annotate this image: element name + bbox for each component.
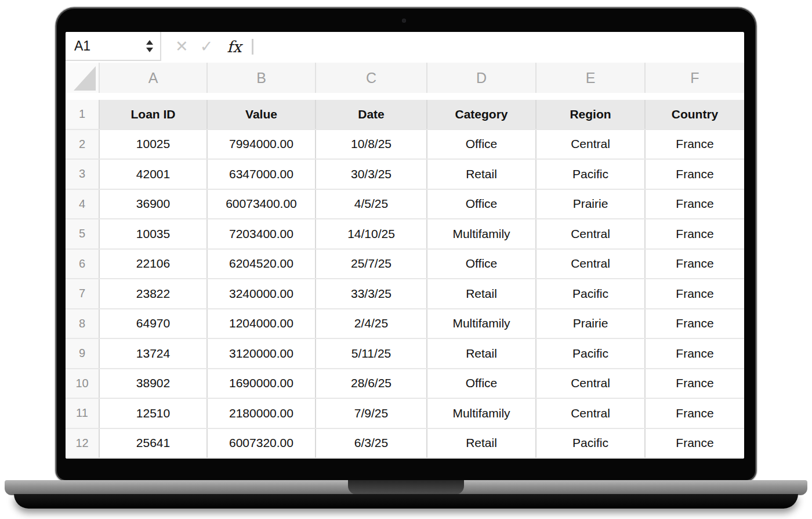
select-all-corner[interactable] [66,63,100,93]
cell-C6[interactable]: 25/7/25 [316,250,427,279]
cell-F1[interactable]: Country [646,100,744,129]
cell-B1[interactable]: Value [208,100,316,129]
cell-E10[interactable]: Central [536,369,646,398]
row-number-2[interactable]: 2 [66,130,100,159]
row-number-12[interactable]: 12 [66,429,100,458]
row-number-5[interactable]: 5 [66,219,100,248]
cell-D2[interactable]: Office [427,130,536,159]
cell-D10[interactable]: Office [427,369,536,398]
cell-A5[interactable]: 10035 [100,219,208,248]
cell-F9[interactable]: France [646,339,744,368]
cancel-icon[interactable]: ✕ [175,39,188,55]
cell-name-box[interactable]: A1 [66,32,161,61]
cell-C11[interactable]: 7/9/25 [316,399,427,428]
cell-A2[interactable]: 10025 [100,130,208,159]
cell-A1[interactable]: Loan ID [100,100,208,129]
cell-A8[interactable]: 64970 [100,309,208,338]
cell-E6[interactable]: Central [536,250,646,279]
row-number-6[interactable]: 6 [66,250,100,279]
cell-D12[interactable]: Retail [427,429,536,458]
cell-C4[interactable]: 4/5/25 [316,190,427,219]
cell-E11[interactable]: Central [536,399,646,428]
column-header-E[interactable]: E [536,63,646,93]
cell-B6[interactable]: 6204520.00 [208,250,316,279]
column-header-D[interactable]: D [427,63,536,93]
cell-D3[interactable]: Retail [427,160,536,189]
cell-C7[interactable]: 33/3/25 [316,279,427,308]
cell-E5[interactable]: Central [536,219,646,248]
cell-E3[interactable]: Pacific [536,160,646,189]
cell-A12[interactable]: 25641 [100,429,208,458]
cell-D1[interactable]: Category [427,100,536,129]
cell-D11[interactable]: Multifamily [427,399,536,428]
sheet-rows: 1Loan IDValueDateCategoryRegionCountry21… [66,100,744,459]
cell-C8[interactable]: 2/4/25 [316,309,427,338]
cell-B2[interactable]: 7994000.00 [208,130,316,159]
cell-C2[interactable]: 10/8/25 [316,130,427,159]
cell-A9[interactable]: 13724 [100,339,208,368]
cell-C5[interactable]: 14/10/25 [316,219,427,248]
cell-D8[interactable]: Multifamily [427,309,536,338]
cell-C10[interactable]: 28/6/25 [316,369,427,398]
cell-E2[interactable]: Central [536,130,646,159]
cell-F12[interactable]: France [646,429,744,458]
row-number-4[interactable]: 4 [66,190,100,219]
column-header-A[interactable]: A [100,63,208,93]
column-header-F[interactable]: F [646,63,744,93]
stepper-down-icon[interactable] [146,48,153,52]
cell-C3[interactable]: 30/3/25 [316,160,427,189]
column-header-B[interactable]: B [208,63,316,93]
cell-F10[interactable]: France [646,369,744,398]
cell-B3[interactable]: 6347000.00 [208,160,316,189]
name-box-stepper[interactable] [146,32,153,60]
cell-E12[interactable]: Pacific [536,429,646,458]
row-number-8[interactable]: 8 [66,309,100,338]
cell-B5[interactable]: 7203400.00 [208,219,316,248]
row-number-10[interactable]: 10 [66,369,100,398]
cell-A3[interactable]: 42001 [100,160,208,189]
cell-A4[interactable]: 36900 [100,190,208,219]
cell-B8[interactable]: 1204000.00 [208,309,316,338]
row-number-3[interactable]: 3 [66,160,100,189]
cell-F8[interactable]: France [646,309,744,338]
cell-F2[interactable]: France [646,130,744,159]
cell-C9[interactable]: 5/11/25 [316,339,427,368]
cell-B10[interactable]: 1690000.00 [208,369,316,398]
cell-A7[interactable]: 23822 [100,279,208,308]
cell-B12[interactable]: 6007320.00 [208,429,316,458]
cell-E7[interactable]: Pacific [536,279,646,308]
cell-A11[interactable]: 12510 [100,399,208,428]
cell-B4[interactable]: 60073400.00 [208,190,316,219]
cell-F11[interactable]: France [646,399,744,428]
cell-B9[interactable]: 3120000.00 [208,339,316,368]
cell-A6[interactable]: 22106 [100,250,208,279]
cell-B7[interactable]: 3240000.00 [208,279,316,308]
sheet-row-6: 6221066204520.0025/7/25OfficeCentralFran… [66,250,744,280]
cell-F5[interactable]: France [646,219,744,248]
confirm-icon[interactable]: ✓ [200,39,213,55]
row-number-11[interactable]: 11 [66,399,100,428]
cell-B11[interactable]: 2180000.00 [208,399,316,428]
column-header-C[interactable]: C [316,63,427,93]
stepper-up-icon[interactable] [146,40,153,45]
row-number-7[interactable]: 7 [66,279,100,308]
cell-D4[interactable]: Office [427,190,536,219]
cell-C1[interactable]: Date [316,100,427,129]
cell-E8[interactable]: Prairie [536,309,646,338]
cell-C12[interactable]: 6/3/25 [316,429,427,458]
formula-input[interactable] [253,32,744,61]
row-number-1[interactable]: 1 [66,100,100,129]
cell-F6[interactable]: France [646,250,744,279]
cell-D6[interactable]: Office [427,250,536,279]
cell-E4[interactable]: Prairie [536,190,646,219]
cell-F3[interactable]: France [646,160,744,189]
cell-D9[interactable]: Retail [427,339,536,368]
row-number-9[interactable]: 9 [66,339,100,368]
cell-F7[interactable]: France [646,279,744,308]
cell-A10[interactable]: 38902 [100,369,208,398]
cell-D5[interactable]: Multifamily [427,219,536,248]
cell-F4[interactable]: France [646,190,744,219]
cell-D7[interactable]: Retail [427,279,536,308]
cell-E1[interactable]: Region [536,100,646,129]
cell-E9[interactable]: Pacific [536,339,646,368]
